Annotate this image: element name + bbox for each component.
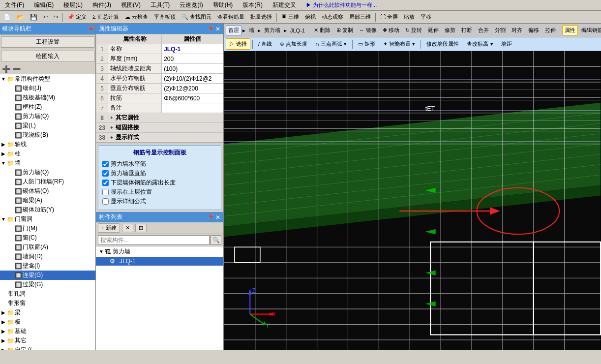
viewport-3d[interactable]: Z X Y tET <box>224 51 601 350</box>
offset-btn[interactable]: 偏移 <box>526 25 541 35</box>
new-component-btn[interactable]: + 新建 <box>98 223 120 233</box>
tree-item-custom[interactable]: ▶ 📁 自定义 <box>0 345 95 350</box>
tree-item-brick-rebar[interactable]: 🔲 砌体加筋(Y) <box>0 205 95 214</box>
tree-item-beam[interactable]: 🔲 梁(L) <box>0 121 95 130</box>
comp-tree-jlq1[interactable]: ⚙ JLQ-1 <box>96 257 223 266</box>
toolbar-dynamic-view[interactable]: 动态观察 <box>319 12 346 22</box>
copy-btn[interactable]: ⊞ 复制 <box>334 25 356 35</box>
tree-item-lintel[interactable]: 🔲 连梁(G) <box>0 271 95 280</box>
tree-item-framecol[interactable]: 🔲 框柱(Z) <box>0 102 95 112</box>
stretch-btn[interactable]: 拉伸 <box>542 25 558 35</box>
comp-tree-shearwall[interactable]: ▼ 🏗 剪力墙 <box>96 246 223 257</box>
prop-row-5[interactable]: 5 垂直分布钢筋 (2)Φ12@200 <box>96 84 223 93</box>
toolbar-save[interactable]: 💾 <box>28 12 40 22</box>
prop-row-6[interactable]: 6 拉筋 Φ6@600*600 <box>96 93 223 103</box>
menu-cloud[interactable]: 云速览(I) <box>177 0 206 10</box>
tree-item-shearwall[interactable]: 🔲 剪力墙(Q) <box>0 112 95 121</box>
delete-component-btn[interactable]: ✕ <box>122 224 133 232</box>
prop-row-23[interactable]: 23 + 锚固搭接 <box>96 123 223 133</box>
tree-item-niche[interactable]: 🔲 壁龛(I) <box>0 261 95 271</box>
prop-pin-icon[interactable]: 📌 <box>208 26 213 32</box>
split-btn[interactable]: 分割 <box>492 25 508 35</box>
breadcrumb-wall[interactable]: 墙 <box>246 25 257 35</box>
break-btn[interactable]: 打断 <box>459 25 475 35</box>
prop-row-3[interactable]: 3 轴线距墙皮距离 (100) <box>96 64 223 74</box>
toolbar-pan[interactable]: 平移 <box>418 12 434 22</box>
tree-item-door[interactable]: 🔲 门(M) <box>0 224 95 233</box>
search-component-input[interactable] <box>98 235 210 245</box>
merge-btn[interactable]: 合并 <box>476 25 491 35</box>
move-btn[interactable]: ✚ 移动 <box>380 25 402 35</box>
breadcrumb-shearwall[interactable]: 剪力墙 <box>262 25 283 35</box>
toolbar-open[interactable]: 📂 <box>14 12 27 22</box>
tree-item-others[interactable]: ▶ 📁 其它 <box>0 336 95 345</box>
tree-item-doorwin-group[interactable]: ▼ 📁 门窗洞 <box>0 214 95 224</box>
toolbar-zoom[interactable]: 缩放 <box>401 12 417 22</box>
tree-item-xijian[interactable]: 🔲 细剑(J) <box>0 84 95 93</box>
comp-list-close-icon[interactable]: ✕ <box>215 214 220 221</box>
rotate-btn[interactable]: ↻ 旋转 <box>403 25 424 35</box>
menu-view[interactable]: 视图(V) <box>118 0 144 10</box>
rebar-check-1[interactable] <box>102 161 109 167</box>
drawing-input-btn[interactable]: 绘图输入 <box>1 51 94 62</box>
tree-item-wallopening[interactable]: 🔲 墙洞(D) <box>0 252 95 261</box>
rebar-check-5[interactable] <box>102 198 109 205</box>
toolbar-sum[interactable]: Σ 汇总计算 <box>90 12 121 22</box>
mirror-btn[interactable]: ↔ 镜像 <box>357 25 379 35</box>
breadcrumb-jlq1[interactable]: JLQ-1 <box>288 26 307 35</box>
toolbar-fullscreen[interactable]: ⛶ 全屏 <box>378 12 400 22</box>
tree-item-holed[interactable]: 带孔洞 <box>0 289 95 299</box>
sidebar-tool-add[interactable]: ➕ <box>2 65 10 73</box>
toolbar-3d[interactable]: ▣ 三维 <box>279 12 301 22</box>
tool-3point-arc[interactable]: ∩ 三点画弧 ▾ <box>312 38 350 50</box>
prop-row-1[interactable]: 1 名称 JLQ-1 <box>96 44 223 54</box>
tool-smart-place[interactable]: ✦ 智能布置 ▾ <box>380 38 419 50</box>
toolbar-level-top[interactable]: 平齐板顶 <box>151 12 178 22</box>
tree-item-slabs[interactable]: ▶ 📁 板 <box>0 317 95 327</box>
trim-btn[interactable]: 修剪 <box>442 25 458 35</box>
tree-item-shearwall2[interactable]: 🔲 剪力墙(Q) <box>0 168 95 177</box>
menu-tools[interactable]: 工具(T) <box>148 0 173 10</box>
rebar-check-3[interactable] <box>102 180 109 186</box>
toolbar-new[interactable]: 📄 <box>1 12 13 22</box>
project-settings-btn[interactable]: 工程设置 <box>1 36 94 48</box>
tree-item-civil-wall[interactable]: 🔲 人防门框墙(RF) <box>0 177 95 186</box>
align-btn[interactable]: 对齐 <box>509 25 525 35</box>
tool-line[interactable]: / 直线 <box>255 38 275 50</box>
tree-item-axis[interactable]: ▶ 📁 轴线 <box>0 140 95 149</box>
tool-modify-height[interactable]: 查改标高 ▾ <box>463 38 496 50</box>
tool-wall-dist[interactable]: 墙距 <box>498 38 515 50</box>
rebar-check-2[interactable] <box>102 170 109 177</box>
menu-version[interactable]: 版本(R) <box>240 0 266 10</box>
tree-item-hidden-beam[interactable]: 🔲 暗梁(A) <box>0 196 95 205</box>
tree-item-window[interactable]: 🔲 窗(C) <box>0 233 95 243</box>
prop-row-38[interactable]: 38 + 显示样式 <box>96 133 223 143</box>
tree-item-castslab[interactable]: 🔲 现浇板(B) <box>0 130 95 140</box>
rebar-check-4[interactable] <box>102 189 109 195</box>
tree-item-rafound[interactable]: 🔲 筏板基础(M) <box>0 93 95 102</box>
tree-item-foundation[interactable]: ▶ 📁 基础 <box>0 327 95 336</box>
tree-item-brick-wall[interactable]: 🔲 砌体墙(Q) <box>0 186 95 196</box>
tree-item-stripwin[interactable]: 带形窗 <box>0 299 95 308</box>
sidebar-tool-minus[interactable]: ➖ <box>12 65 21 73</box>
tree-item-doorwin[interactable]: 🔲 门联窗(A) <box>0 243 95 252</box>
toolbar-batch-select[interactable]: 批量选择 <box>248 12 274 22</box>
toolbar-find[interactable]: 🔍 查找图元 <box>179 12 214 22</box>
toolbar-define[interactable]: 📌 定义 <box>65 12 89 22</box>
menu-file[interactable]: 文件(F) <box>2 0 27 10</box>
delete-btn[interactable]: ✕ 删除 <box>311 25 333 35</box>
tool-rect[interactable]: ▭ 矩形 <box>355 38 379 50</box>
tool-select[interactable]: ▷ 选择 <box>226 38 250 50</box>
prop-row-2[interactable]: 2 厚度 (mm) 200 <box>96 54 223 64</box>
breadcrumb-floor[interactable]: 首层 <box>226 25 241 35</box>
toolbar-redo[interactable]: ↪ <box>51 12 60 22</box>
tree-item-wall-group[interactable]: ▼ 📁 墙 <box>0 158 95 168</box>
toolbar-top-view[interactable]: 俯视 <box>302 12 318 22</box>
tool-point-length[interactable]: ⊙ 点加长度 <box>276 38 311 50</box>
menu-help[interactable]: 帮助(H) <box>210 0 236 10</box>
tree-item-common[interactable]: ▼ 📁 常用构件类型 <box>0 74 95 84</box>
tree-item-beams[interactable]: ▶ 📁 梁 <box>0 308 95 317</box>
menu-component[interactable]: 构件(J) <box>90 0 114 10</box>
prop-row-8[interactable]: 8 + 其它属性 <box>96 113 223 123</box>
menu-new-cross[interactable]: 新建交叉 <box>270 0 299 10</box>
